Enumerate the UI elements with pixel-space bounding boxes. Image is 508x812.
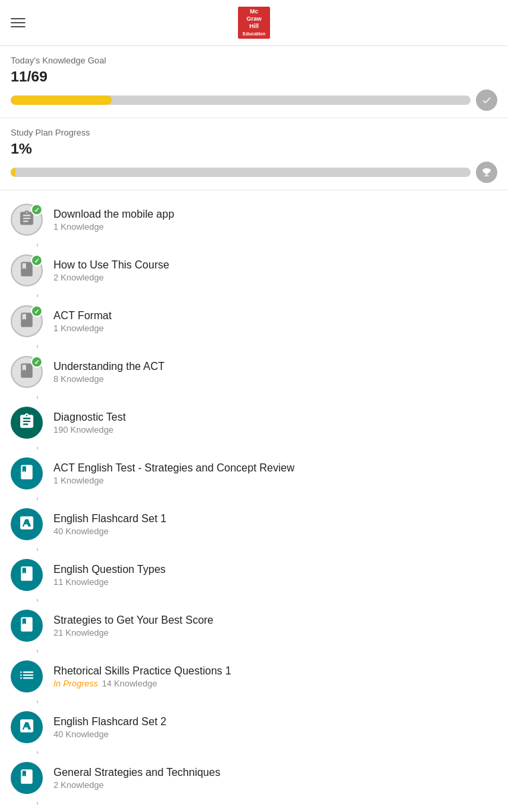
study-progress-bar-container — [11, 162, 497, 183]
knowledge-goal-label: Today's Knowledge Goal — [11, 55, 497, 65]
course-meta: 21 Knowledge — [53, 628, 108, 638]
course-title: English Flashcard Set 2 — [53, 716, 497, 728]
book-icon — [18, 768, 35, 788]
course-item-act-english-strategies[interactable]: ACT English Test - Strategies and Concep… — [0, 449, 508, 497]
course-icon-circle — [11, 457, 43, 489]
course-meta: 1 Knowledge — [53, 475, 104, 485]
course-icon-circle: ✓ — [11, 254, 43, 286]
course-meta-container: 1 Knowledge — [53, 323, 497, 333]
course-item-diagnostic-test[interactable]: Diagnostic Test 190 Knowledge — [0, 399, 508, 447]
course-item-rhetorical-skills-2[interactable]: Rhetorical Skills Practice Questions 2 I… — [0, 805, 508, 812]
course-meta: 14 Knowledge — [102, 678, 156, 688]
course-icon-circle: ✓ — [11, 305, 43, 337]
study-progress-bg — [11, 168, 471, 177]
course-text: English Flashcard Set 1 40 Knowledge — [53, 513, 497, 536]
study-goal-icon — [476, 162, 497, 183]
course-meta: 40 Knowledge — [53, 526, 108, 536]
course-item-english-flashcard-1[interactable]: English Flashcard Set 1 40 Knowledge — [0, 500, 508, 548]
study-plan-section: Study Plan Progress 1% — [0, 118, 508, 190]
course-icon-circle: ✓ — [11, 356, 43, 388]
course-meta-container: 2 Knowledge — [53, 272, 497, 282]
course-meta-container: 8 Knowledge — [53, 374, 497, 384]
course-meta: 1 Knowledge — [53, 222, 104, 232]
course-text: General Strategies and Techniques 2 Know… — [53, 767, 497, 790]
course-title: English Question Types — [53, 564, 497, 576]
book-icon — [18, 565, 35, 585]
course-text: Rhetorical Skills Practice Questions 1 I… — [53, 665, 497, 688]
study-plan-label: Study Plan Progress — [11, 128, 497, 138]
course-meta: 190 Knowledge — [53, 425, 114, 435]
logo: McGrawHillEducation — [238, 7, 270, 39]
course-meta-container: 1 Knowledge — [53, 222, 497, 232]
course-item-how-to-use[interactable]: ✓ How to Use This Course 2 Knowledge — [0, 246, 508, 294]
menu-button[interactable] — [11, 18, 25, 27]
course-title: Understanding the ACT — [53, 361, 497, 373]
course-meta-container: 11 Knowledge — [53, 577, 497, 587]
course-item-understanding-act[interactable]: ✓ Understanding the ACT 8 Knowledge — [0, 348, 508, 396]
course-title: Rhetorical Skills Practice Questions 1 — [53, 665, 497, 677]
study-progress-fill — [11, 168, 15, 177]
course-meta: 40 Knowledge — [53, 729, 108, 739]
course-icon-circle — [11, 407, 43, 439]
book-icon — [18, 616, 35, 636]
course-item-act-format[interactable]: ✓ ACT Format 1 Knowledge — [0, 297, 508, 345]
course-title: How to Use This Course — [53, 259, 497, 271]
course-text: Download the mobile app 1 Knowledge — [53, 208, 497, 232]
course-title: ACT Format — [53, 310, 497, 322]
course-text: How to Use This Course 2 Knowledge — [53, 259, 497, 282]
check-badge: ✓ — [31, 356, 43, 368]
course-icon-circle — [11, 610, 43, 642]
course-icon-circle: ✓ — [11, 204, 43, 236]
check-badge: ✓ — [31, 305, 43, 317]
course-item-download-mobile[interactable]: ✓ Download the mobile app 1 Knowledge — [0, 196, 508, 244]
knowledge-goal-value: 11/69 — [11, 68, 497, 85]
course-text: Diagnostic Test 190 Knowledge — [53, 411, 497, 435]
course-list: ✓ Download the mobile app 1 Knowledge ✓ … — [0, 190, 508, 812]
course-text: English Flashcard Set 2 40 Knowledge — [53, 716, 497, 739]
course-meta-container: In Progress14 Knowledge — [53, 678, 497, 688]
course-item-english-question-types[interactable]: English Question Types 11 Knowledge — [0, 551, 508, 599]
check-badge: ✓ — [31, 204, 43, 216]
course-meta-container: 21 Knowledge — [53, 628, 497, 638]
course-title: Diagnostic Test — [53, 411, 497, 423]
course-title: Strategies to Get Your Best Score — [53, 614, 497, 626]
hamburger-line-3 — [11, 26, 25, 27]
course-icon-circle — [11, 508, 43, 540]
knowledge-goal-section: Today's Knowledge Goal 11/69 — [0, 46, 508, 118]
in-progress-label: In Progress — [53, 678, 98, 688]
course-item-general-strategies[interactable]: General Strategies and Techniques 2 Know… — [0, 754, 508, 802]
course-title: ACT English Test - Strategies and Concep… — [53, 462, 497, 474]
course-text: English Question Types 11 Knowledge — [53, 564, 497, 587]
course-meta: 1 Knowledge — [53, 323, 104, 333]
course-meta: 11 Knowledge — [53, 577, 108, 587]
clipboard-icon — [18, 413, 35, 433]
course-title: English Flashcard Set 1 — [53, 513, 497, 525]
list-icon — [18, 666, 35, 686]
course-text: Understanding the ACT 8 Knowledge — [53, 361, 497, 384]
course-meta-container: 40 Knowledge — [53, 526, 497, 536]
header: McGrawHillEducation — [0, 0, 508, 46]
flash-icon — [18, 717, 35, 737]
course-item-strategies-best-score[interactable]: Strategies to Get Your Best Score 21 Kno… — [0, 602, 508, 650]
course-icon-circle — [11, 711, 43, 743]
course-icon-circle — [11, 762, 43, 794]
knowledge-progress-bar-container — [11, 89, 497, 111]
course-meta-container: 190 Knowledge — [53, 425, 497, 435]
course-meta-container: 40 Knowledge — [53, 729, 497, 739]
course-title: General Strategies and Techniques — [53, 767, 497, 779]
course-meta: 2 Knowledge — [53, 272, 104, 282]
course-meta: 2 Knowledge — [53, 780, 104, 790]
hamburger-line-2 — [11, 22, 25, 23]
hamburger-line-1 — [11, 18, 25, 19]
course-item-english-flashcard-2[interactable]: English Flashcard Set 2 40 Knowledge — [0, 703, 508, 751]
knowledge-progress-fill — [11, 95, 112, 105]
course-icon-circle — [11, 559, 43, 591]
check-badge: ✓ — [31, 254, 43, 266]
course-text: ACT English Test - Strategies and Concep… — [53, 462, 497, 485]
flash-icon — [18, 514, 35, 534]
course-text: Strategies to Get Your Best Score 21 Kno… — [53, 614, 497, 638]
course-item-rhetorical-skills-1[interactable]: Rhetorical Skills Practice Questions 1 I… — [0, 652, 508, 700]
knowledge-goal-icon — [476, 89, 497, 111]
book-icon — [18, 463, 35, 483]
course-title: Download the mobile app — [53, 208, 497, 220]
